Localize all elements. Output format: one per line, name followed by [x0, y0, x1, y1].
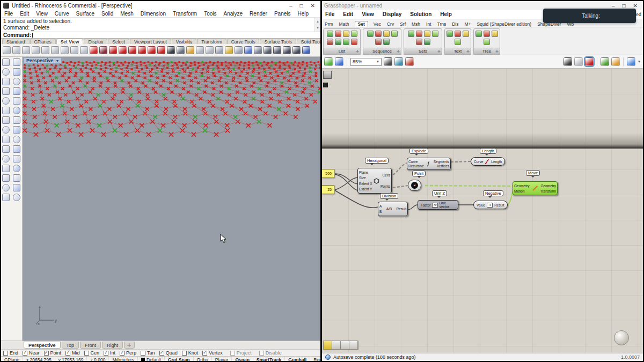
osnap-option[interactable]: Mid: [65, 350, 80, 356]
gh-category-tab[interactable]: Crv: [386, 21, 394, 27]
rhino-toolbar-tab[interactable]: CPlanes: [30, 39, 56, 44]
document-preview-icon[interactable]: [627, 57, 635, 66]
rhino-toolbar-icon[interactable]: [148, 46, 156, 54]
rhino-toolbar-icon[interactable]: [302, 46, 310, 54]
status-toggle[interactable]: Grid Snap: [165, 357, 194, 361]
preview-wire-icon[interactable]: [574, 57, 583, 66]
port-out[interactable]: Result: [494, 203, 504, 207]
sidebar-tool-icon[interactable]: [2, 58, 10, 66]
port-out[interactable]: Points: [380, 184, 390, 188]
panel-group-label[interactable]: Tree✛: [474, 48, 500, 54]
node-division[interactable]: A B A/B Result: [378, 202, 408, 216]
osnap-option[interactable]: Vertex: [202, 350, 223, 356]
status-cell[interactable]: Default: [138, 357, 165, 361]
gh-category-tab[interactable]: Srf: [399, 21, 406, 27]
status-cell[interactable]: z 0.000: [87, 357, 109, 361]
sidebar-tool-icon[interactable]: [13, 68, 20, 76]
component-icon[interactable]: [367, 31, 374, 37]
sidebar-tool-icon[interactable]: [2, 116, 10, 124]
component-icon[interactable]: [432, 31, 438, 37]
gh-menu-item[interactable]: View: [362, 11, 374, 17]
expand-icon[interactable]: ✛: [437, 48, 441, 54]
osnap-option[interactable]: End: [3, 350, 18, 356]
minimize-icon[interactable]: –: [612, 3, 615, 9]
expand-icon[interactable]: ✛: [356, 48, 359, 54]
status-toggle[interactable]: Ortho: [194, 357, 212, 361]
rhino-toolbar-tab[interactable]: Display: [84, 39, 107, 44]
status-cell[interactable]: x 20654.795: [23, 357, 55, 361]
panel-group-label[interactable]: Text✛: [445, 48, 471, 54]
component-icon[interactable]: [391, 31, 398, 37]
rhino-toolbar-tab[interactable]: Visibility: [172, 39, 197, 44]
status-cell[interactable]: Millimeters: [109, 357, 138, 361]
component-icon[interactable]: [383, 39, 390, 45]
rhino-toolbar-icon[interactable]: [99, 46, 107, 54]
rhino-toolbar-tab[interactable]: Transform: [197, 39, 226, 44]
gh-category-tab[interactable]: Squid (ShapeDiver edition): [477, 21, 532, 27]
port-in[interactable]: Extent X: [359, 182, 372, 186]
component-icon[interactable]: [416, 39, 422, 45]
rhino-menu-item[interactable]: Help: [298, 11, 309, 17]
zoom-extents-icon[interactable]: [384, 57, 392, 66]
rhino-titlebar[interactable]: Untitled - Rhinoceros 6 Commercial - [Pe…: [1, 1, 320, 10]
preview-off-icon[interactable]: [564, 57, 572, 66]
port-out[interactable]: Segments: [434, 160, 449, 164]
port-in[interactable]: Geometry: [514, 184, 530, 188]
checkbox-icon[interactable]: [3, 351, 8, 356]
checkbox-icon[interactable]: [159, 351, 164, 356]
gh-category-tab[interactable]: Prm: [324, 21, 334, 27]
rhino-toolbar-icon[interactable]: [61, 46, 69, 54]
rhino-toolbar-tab[interactable]: Standard: [2, 39, 30, 44]
viewport-tab[interactable]: Top: [62, 342, 79, 349]
sidebar-tool-icon[interactable]: [2, 174, 10, 182]
sidebar-tool-icon[interactable]: [13, 78, 20, 85]
port-out[interactable]: Cells: [380, 173, 390, 177]
checkbox-icon[interactable]: [84, 351, 89, 356]
sidebar-tool-icon[interactable]: [13, 174, 20, 182]
gh-category-tab[interactable]: Set: [355, 21, 368, 27]
component-icon[interactable]: [375, 39, 382, 45]
rhino-toolbar-icon[interactable]: [177, 46, 185, 54]
rhino-toolbar-icon[interactable]: [128, 46, 136, 54]
gh-category-tab[interactable]: M+: [464, 21, 472, 27]
component-icon[interactable]: [375, 31, 382, 37]
rhino-toolbar-icon[interactable]: [41, 46, 49, 54]
component-icon[interactable]: [455, 31, 461, 37]
rhino-toolbar-icon[interactable]: [90, 46, 98, 54]
rhino-toolbar-tab[interactable]: Curve Tools: [227, 39, 260, 44]
rhino-toolbar-icon[interactable]: [235, 46, 243, 54]
component-icon[interactable]: [408, 31, 414, 37]
rhino-toolbar-icon[interactable]: [138, 46, 146, 54]
osnap-option[interactable]: Project: [230, 350, 252, 356]
history-scrollbar[interactable]: ▲▼: [314, 18, 320, 32]
sidebar-tool-icon[interactable]: [2, 194, 10, 201]
node-length[interactable]: Curve Length: [471, 157, 505, 166]
sidebar-tool-icon[interactable]: [13, 107, 20, 114]
port-in[interactable]: Motion: [514, 189, 530, 193]
sidebar-tool-icon[interactable]: [13, 58, 20, 66]
gh-menu-item[interactable]: File: [325, 11, 334, 17]
status-toggle[interactable]: Planar: [212, 357, 232, 361]
gh-category-tab[interactable]: Msh: [411, 21, 421, 27]
sidebar-tool-icon[interactable]: [2, 78, 10, 85]
rhino-command-history[interactable]: 1 surface added to selection. Command: _…: [1, 18, 320, 32]
port-in[interactable]: Curve: [474, 160, 483, 164]
port-out[interactable]: Vertices: [434, 164, 449, 168]
rhino-toolbar-icon[interactable]: [292, 46, 301, 54]
zoom-level-select[interactable]: 85% ▼: [350, 58, 382, 66]
overlay-preview-icon[interactable]: [611, 57, 620, 66]
sketch-pen-icon[interactable]: [405, 57, 414, 66]
component-icon[interactable]: [383, 31, 390, 37]
status-cell[interactable]: y 17953.169: [55, 357, 87, 361]
number-slider[interactable]: 500: [322, 169, 334, 178]
osnap-option[interactable]: Int: [104, 350, 115, 356]
sidebar-tool-icon[interactable]: [2, 107, 10, 114]
rhino-toolbar-icon[interactable]: [167, 46, 175, 54]
close-icon[interactable]: ✕: [311, 3, 315, 9]
checkbox-icon[interactable]: [141, 351, 145, 356]
rhino-toolbar-icon[interactable]: [215, 46, 223, 54]
sidebar-tool-icon[interactable]: [13, 184, 20, 191]
node-unit-z[interactable]: Factor ƒz Unit vector: [418, 200, 458, 210]
chevron-down-icon[interactable]: ▼: [56, 58, 60, 64]
rhino-toolbar-icon[interactable]: [157, 46, 165, 54]
